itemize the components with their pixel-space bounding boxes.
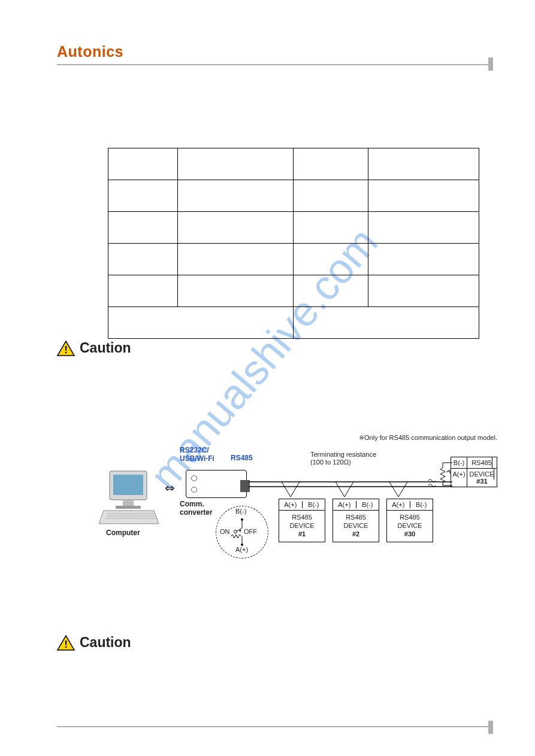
warning-triangle-icon: !: [57, 341, 75, 356]
footer-end-marker: [488, 721, 493, 734]
diagram-note: ※Only for RS485 communication output mod…: [359, 434, 497, 442]
converter-box: [186, 470, 247, 498]
svg-point-11: [241, 518, 243, 521]
terminating-resistance-label: Terminating resistance (100 to 120Ω): [310, 451, 376, 466]
svg-line-14: [237, 528, 242, 532]
device-box-31: B(-)RS485 A(+)DEVICE#31: [451, 457, 497, 487]
table-row: [108, 275, 479, 307]
svg-marker-7: [99, 511, 159, 524]
wire-lines: [249, 467, 452, 503]
svg-point-16: [241, 544, 243, 546]
terminator-switch-bubble: B(-) ON OFF • A(+): [216, 506, 268, 558]
caution-1: ! Caution: [57, 340, 131, 356]
caution-label: Caution: [80, 340, 131, 356]
warning-triangle-icon: !: [57, 635, 75, 651]
caution-2: ! Caution: [57, 634, 131, 651]
caution-label: Caution: [80, 634, 131, 651]
bidirectional-arrow-icon: ⇔: [165, 481, 175, 495]
spec-table: [108, 148, 479, 339]
rs485-label: RS485: [231, 454, 253, 462]
computer-label: Computer: [106, 529, 140, 537]
svg-text:!: !: [64, 639, 68, 650]
table-row: [108, 307, 479, 339]
page-header: Autonics: [57, 43, 493, 65]
device-box-30: A(+)B(-) RS485DEVICE#30: [386, 499, 433, 542]
table-row: [108, 212, 479, 244]
table-row: [108, 244, 479, 275]
device-box-2: A(+)B(-) RS485DEVICE#2: [333, 499, 379, 542]
computer-icon: [99, 469, 165, 529]
table-row: [108, 148, 479, 180]
brand-logo: Autonics: [57, 43, 123, 60]
svg-text:!: !: [64, 344, 68, 356]
svg-point-13: [234, 530, 237, 533]
page-footer: [57, 726, 493, 727]
header-end-marker: [488, 57, 493, 71]
svg-rect-4: [113, 475, 143, 495]
converter-label: Comm. converter: [180, 500, 213, 517]
svg-rect-6: [116, 506, 141, 509]
svg-rect-5: [123, 500, 134, 506]
table-row: [108, 180, 479, 212]
device-box-1: A(+)B(-) RS485DEVICE#1: [279, 499, 325, 542]
terminator-resistor-icon: [432, 458, 452, 494]
rs232-label: RS232C/ USB/Wi-Fi: [180, 446, 214, 463]
